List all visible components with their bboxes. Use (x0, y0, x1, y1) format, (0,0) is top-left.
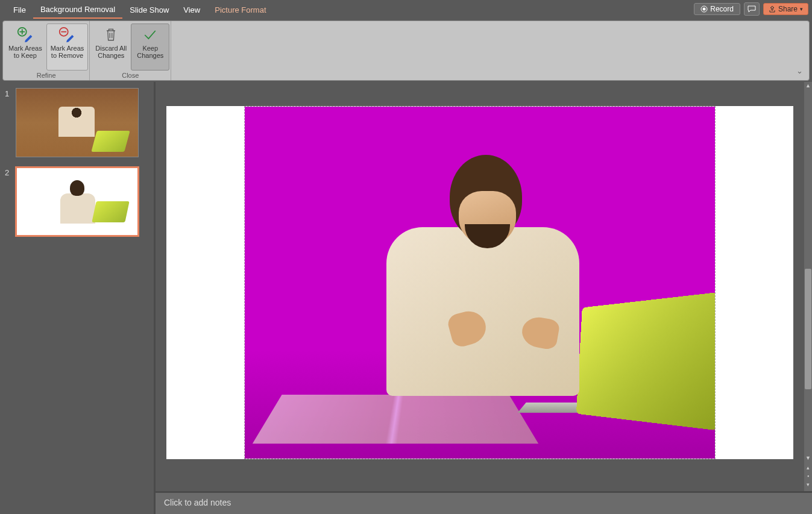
tab-picture-format[interactable]: Picture Format (207, 2, 273, 18)
vertical-scrollbar[interactable]: ▲ ▼ ▴ ▪ ▾ (804, 82, 812, 491)
share-icon (769, 5, 776, 13)
mark-remove-line2: to Remove (51, 52, 83, 59)
canvas-area: ▲ ▼ ▴ ▪ ▾ (156, 82, 812, 491)
mark-remove-line1: Mark Areas (51, 45, 84, 52)
mark-keep-line1: Mark Areas (8, 45, 42, 52)
person-body-image (386, 227, 579, 396)
prev-slide-icon[interactable]: ▴ (804, 464, 812, 472)
discard-line1: Discard All (95, 45, 127, 52)
discard-line2: Changes (98, 52, 124, 59)
share-label: Share (778, 5, 798, 13)
mark-areas-to-keep-button[interactable]: Mark Areas to Keep (4, 24, 46, 71)
pencil-plus-icon (17, 27, 34, 43)
share-button[interactable]: Share ▾ (763, 3, 808, 15)
record-icon (700, 5, 708, 13)
ribbon-group-close: Discard All Changes Keep Changes Close (90, 21, 171, 80)
ribbon-group-close-label: Close (91, 71, 169, 80)
ribbon-group-refine: Mark Areas to Keep Mark Areas to Remove … (3, 21, 90, 80)
mark-areas-to-remove-button[interactable]: Mark Areas to Remove (46, 24, 89, 71)
trash-icon (102, 27, 119, 43)
slide-thumb-2-wrap: 2 (5, 167, 149, 236)
slide-number-2: 2 (5, 167, 16, 236)
ribbon-group-refine-label: Refine (4, 71, 88, 80)
mark-keep-line2: to Keep (14, 52, 37, 59)
main-area: 1 2 (0, 82, 812, 514)
thumb1-image (16, 89, 138, 157)
keep-line1: Keep (142, 45, 158, 52)
thumb2-image (17, 168, 137, 235)
notes-pane[interactable]: Click to add notes (156, 491, 812, 514)
slide-thumb-1-wrap: 1 (5, 88, 149, 157)
record-button[interactable]: Record (694, 3, 740, 15)
discard-all-changes-button[interactable]: Discard All Changes (91, 24, 131, 71)
slide-editor: ▲ ▼ ▴ ▪ ▾ Click to add notes (156, 82, 812, 514)
laptop-image (576, 292, 716, 431)
record-label: Record (710, 5, 734, 13)
pencil-minus-icon (58, 27, 75, 43)
tab-background-removal[interactable]: Background Removal (33, 1, 122, 19)
picture-background-removal-selection[interactable] (244, 106, 716, 459)
tab-view[interactable]: View (176, 2, 207, 18)
slide-nav-icon[interactable]: ▪ (804, 472, 812, 480)
scroll-up-arrow[interactable]: ▲ (804, 82, 812, 90)
slide-thumbnail-2[interactable] (16, 167, 139, 236)
comment-icon (747, 5, 756, 13)
magazine-image (253, 395, 538, 443)
scroll-down-arrow[interactable]: ▼ (804, 454, 812, 462)
tab-bar: File Background Removal Slide Show View … (0, 0, 812, 19)
slide-thumbnail-1[interactable] (16, 88, 139, 157)
ribbon-collapse-button[interactable]: ⌄ (796, 66, 803, 75)
notes-placeholder: Click to add notes (164, 498, 231, 507)
keep-line2: Changes (137, 52, 163, 59)
keep-changes-button[interactable]: Keep Changes (131, 24, 169, 71)
chevron-down-icon: ⌄ (796, 66, 803, 75)
tab-slide-show[interactable]: Slide Show (122, 2, 176, 18)
top-right-controls: Record Share ▾ (694, 2, 808, 16)
comments-button[interactable] (744, 2, 760, 16)
next-slide-icon[interactable]: ▾ (804, 481, 812, 489)
scrollbar-thumb[interactable] (805, 269, 811, 389)
slide-canvas[interactable] (166, 106, 793, 459)
tab-file[interactable]: File (6, 2, 33, 18)
svg-point-1 (703, 8, 706, 11)
slide-number-1: 1 (5, 88, 16, 157)
ribbon: Mark Areas to Keep Mark Areas to Remove … (2, 20, 810, 81)
slide-thumbnail-panel: 1 2 (0, 82, 156, 514)
chevron-down-icon: ▾ (800, 6, 803, 12)
check-icon (142, 27, 159, 43)
